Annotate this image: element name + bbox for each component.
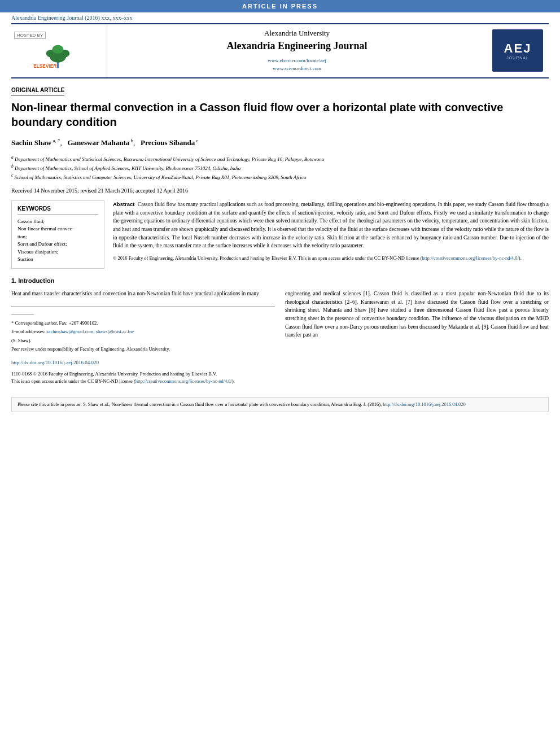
author-3-sup: c [195, 138, 198, 143]
affiliations: a Department of Mathematics and Statisti… [11, 154, 549, 182]
aej-letters: AEJ [504, 41, 532, 56]
intro-right-text: engineering and medical sciences [1]. Ca… [285, 290, 549, 339]
affiliation-a: a Department of Mathematics and Statisti… [11, 154, 549, 163]
article-title: Non-linear thermal convection in a Casso… [11, 100, 549, 129]
journal-header: HOSTED BY ELSEVIER Alexandria University… [11, 23, 549, 78]
abstract-column: Abstract Casson fluid flow has many prac… [113, 200, 549, 269]
email-label: E-mail addresses: [11, 329, 45, 334]
affiliation-c: c School of Mathematics, Statistics and … [11, 172, 549, 181]
author-1-sup: a, * [51, 138, 60, 143]
footnote-peer-review: Peer review under responsibility of Facu… [11, 346, 275, 353]
svg-text:ELSEVIER: ELSEVIER [33, 63, 56, 69]
footnote-email: E-mail addresses: sachinshaw@gmail.com, … [11, 328, 275, 336]
article-in-press-banner: ARTICLE IN PRESS [0, 0, 560, 12]
doi-line: http://dx.doi.org/10.1016/j.aej.2016.04.… [11, 359, 275, 367]
aej-logo-box: AEJ JOURNAL [487, 24, 549, 77]
header-center: Alexandria University Alexandria Enginee… [107, 24, 487, 77]
license-link-footer[interactable]: http://creativecommons.org/licenses/by-n… [135, 378, 232, 384]
abstract-copyright: © 2016 Faculty of Engineering, Alexandri… [113, 255, 549, 262]
abstract-body: Casson fluid flow has many practical app… [113, 202, 549, 249]
hosted-by-label: HOSTED BY [14, 32, 46, 39]
citation-text: Please cite this article in press as: S.… [18, 401, 383, 407]
author-1: Sachin Shaw [11, 138, 51, 147]
keyword-5: Suction [18, 256, 98, 264]
aej-logo: AEJ JOURNAL [492, 29, 543, 72]
abstract-section: KEYWORDS Casson fluid; Non-linear therma… [11, 200, 549, 269]
citation-box: Please cite this article in press as: S.… [11, 397, 549, 412]
keywords-column: KEYWORDS Casson fluid; Non-linear therma… [11, 200, 104, 269]
email-link-2[interactable]: shaws@biust.ac.bw [96, 329, 134, 334]
article-type-label: ORIGINAL ARTICLE [11, 87, 64, 95]
journal-url2[interactable]: www.sciencedirect.com [268, 64, 326, 72]
body-two-column: Heat and mass transfer characteristics a… [11, 290, 549, 386]
author-2: Ganeswar Mahanta [67, 138, 129, 147]
journal-url1[interactable]: www.elsevier.com/locate/aej [268, 56, 326, 64]
main-content: ORIGINAL ARTICLE Non-linear thermal conv… [0, 78, 560, 391]
journal-link-line: Alexandria Engineering Journal (2016) xx… [0, 12, 560, 23]
keyword-2: Non-linear thermal convec-tion; [18, 225, 98, 241]
keyword-1: Casson fluid; [18, 218, 98, 226]
section-1-heading: 1. Introduction [11, 277, 549, 284]
copyright-footer-line1: 1110-0168 © 2016 Faculty of Engineering,… [11, 370, 275, 378]
received-line: Received 14 November 2015; revised 21 Ma… [11, 187, 549, 194]
footnote-area: * Corresponding author. Fax: +267 490010… [11, 307, 275, 353]
body-left-col: Heat and mass transfer characteristics a… [11, 290, 275, 386]
journal-name: Alexandria Engineering Journal [226, 40, 367, 52]
footnote-corresponding: * Corresponding author. Fax: +267 490010… [11, 320, 275, 327]
abstract-label: Abstract [113, 201, 135, 207]
copyright-link[interactable]: http://creativecommons.org/licenses/by-n… [422, 255, 519, 261]
footnote-email-suffix: (S. Shaw). [11, 337, 275, 345]
journal-urls: www.elsevier.com/locate/aej www.scienced… [268, 56, 326, 73]
body-right-col: engineering and medical sciences [1]. Ca… [285, 290, 549, 386]
doi-link[interactable]: http://dx.doi.org/10.1016/j.aej.2016.04.… [11, 360, 99, 365]
elsevier-logo-svg: ELSEVIER [25, 42, 93, 70]
email-link-1[interactable]: sachinshaw@gmail.com [46, 329, 93, 334]
elsevier-logo-box: HOSTED BY ELSEVIER [11, 24, 107, 77]
citation-doi-link[interactable]: http://dx.doi.org/10.1016/j.aej.2016.04.… [383, 401, 465, 407]
university-name: Alexandria University [264, 29, 330, 38]
svg-point-4 [52, 45, 63, 54]
authors-line: Sachin Shaw a, *, Ganeswar Mahanta b, Pr… [11, 137, 549, 148]
keyword-4: Viscous dissipation; [18, 248, 98, 256]
keywords-box: KEYWORDS Casson fluid; Non-linear therma… [11, 200, 104, 269]
intro-left-text: Heat and mass transfer characteristics a… [11, 290, 275, 298]
author-2-sup: b [129, 138, 133, 143]
affiliation-b: b Department of Mathematics, School of A… [11, 163, 549, 172]
author-3: Precious Sibanda [141, 138, 195, 147]
copyright-footer: 1110-0168 © 2016 Faculty of Engineering,… [11, 370, 275, 386]
keyword-3: Soret and Dufour effect; [18, 241, 98, 248]
keywords-title: KEYWORDS [18, 206, 98, 215]
aej-journal-sub: JOURNAL [506, 56, 529, 60]
footnote-divider [11, 314, 34, 315]
copyright-footer-line2: This is an open access article under the… [11, 378, 275, 386]
intro-section: 1. Introduction [11, 277, 549, 284]
abstract-text: Abstract Casson fluid flow has many prac… [113, 200, 549, 250]
